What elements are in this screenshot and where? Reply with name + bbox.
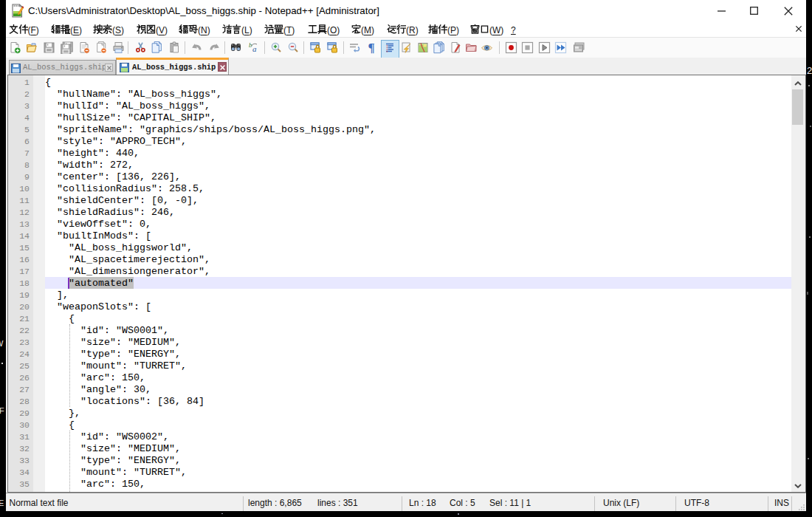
svg-text:a: a [252, 44, 257, 53]
svg-text:¶: ¶ [368, 41, 375, 54]
